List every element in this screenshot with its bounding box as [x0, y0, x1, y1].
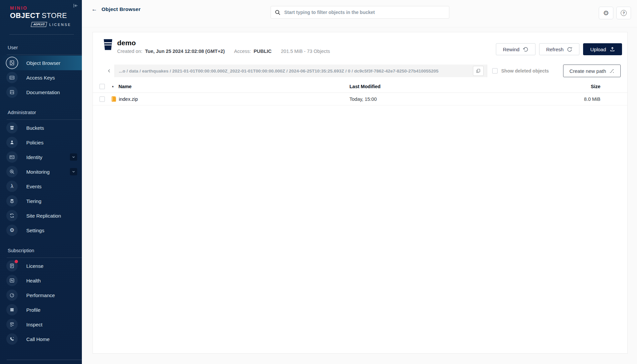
section-rule	[7, 258, 82, 258]
access-value: PUBLIC	[254, 49, 272, 54]
brand-name: MINIO	[10, 5, 82, 11]
license-label: LICENSE	[49, 23, 71, 27]
collapse-sidebar-icon[interactable]	[73, 3, 79, 9]
column-header-name[interactable]: Name	[118, 84, 132, 89]
sidebar-item-inspect[interactable]: Inspect	[0, 317, 82, 332]
inspect-icon	[6, 319, 18, 330]
sidebar-bottom-divider	[7, 360, 82, 360]
object-modified: Today, 15:00	[349, 96, 548, 102]
created-label: Created on:	[117, 49, 142, 54]
zip-file-icon	[111, 96, 116, 102]
upload-icon	[610, 47, 615, 52]
logo-divider	[9, 34, 74, 35]
object-size: 8.0 MiB	[548, 96, 600, 102]
table-header-row: ▲ Name Last Modified Size	[93, 81, 627, 93]
breadcrumb-back-button[interactable]	[104, 65, 115, 77]
breadcrumb-row: ...o / data / earthquakes / 2021-01-01T0…	[104, 65, 621, 77]
tiering-icon	[6, 195, 18, 207]
back-arrow-icon[interactable]: ←	[92, 6, 97, 13]
created-value: Tue, Jun 25 2024 12:02:08 (GMT+2)	[145, 49, 225, 54]
health-icon	[6, 275, 18, 286]
sidebar-item-settings[interactable]: ⚙ Settings	[0, 223, 82, 238]
chevron-down-icon[interactable]	[70, 168, 77, 175]
refresh-button[interactable]: Refresh	[539, 43, 580, 55]
column-header-modified[interactable]: Last Modified	[349, 84, 548, 89]
breadcrumb-bar: ...o / data / earthquakes / 2021-01-01T0…	[104, 65, 487, 77]
sidebar: MINIO OBJECTSTORE AGPLV3 LICENSE User Ob…	[0, 0, 82, 364]
sidebar-item-license[interactable]: License	[0, 259, 82, 273]
main-area: ← Object Browser ⚙ ?	[82, 0, 637, 364]
gear-icon: ⚙	[603, 10, 609, 16]
table-row[interactable]: index.zip Today, 15:00 8.0 MiB	[93, 93, 627, 105]
access-keys-icon	[6, 72, 18, 83]
performance-icon	[6, 289, 18, 301]
site-replication-icon	[6, 210, 18, 221]
top-bar: ← Object Browser ⚙ ?	[82, 0, 637, 27]
sidebar-item-object-browser[interactable]: Object Browser	[0, 56, 82, 70]
object-browser-icon	[6, 57, 18, 69]
buckets-icon	[6, 122, 18, 133]
section-label-administrator: Administrator	[0, 110, 82, 115]
search-input[interactable]	[284, 10, 445, 15]
create-new-path-button[interactable]: Create new path	[563, 65, 621, 77]
settings-button[interactable]: ⚙	[599, 7, 613, 19]
section-rule	[7, 119, 82, 120]
show-deleted-toggle[interactable]: Show deleted objects	[492, 68, 549, 74]
product-name: OBJECTSTORE	[10, 12, 82, 20]
help-button[interactable]: ?	[616, 7, 631, 19]
sidebar-item-profile[interactable]: Profile	[0, 302, 82, 317]
section-label-subscription: Subscription	[0, 248, 82, 253]
sidebar-item-performance[interactable]: Performance	[0, 288, 82, 302]
sidebar-item-policies[interactable]: Policies	[0, 135, 82, 150]
search-icon	[275, 10, 281, 15]
sidebar-item-events[interactable]: λ Events	[0, 179, 82, 194]
license-alert-badge	[15, 260, 18, 263]
bucket-icon	[104, 39, 112, 54]
object-filter-search[interactable]	[271, 6, 449, 19]
sidebar-item-partial[interactable]	[6, 363, 82, 364]
access-label: Access:	[234, 49, 251, 54]
minio-logo: MINIO OBJECTSTORE AGPLV3 LICENSE	[0, 0, 82, 27]
new-path-icon	[609, 69, 614, 74]
rewind-icon	[523, 47, 529, 52]
bucket-name: demo	[117, 39, 333, 47]
page-title: Object Browser	[102, 6, 140, 12]
sidebar-item-access-keys[interactable]: Access Keys	[0, 70, 82, 85]
agpl-badge: AGPLV3	[31, 22, 47, 27]
breadcrumb-path: ...o / data / earthquakes / 2021-01-01T0…	[115, 69, 473, 74]
profile-icon	[6, 304, 18, 315]
sidebar-item-documentation[interactable]: Documentation	[0, 85, 82, 99]
section-label-user: User	[0, 45, 82, 50]
sort-asc-icon[interactable]: ▲	[111, 85, 114, 88]
bucket-usage: 201.5 MiB - 73 Objects	[281, 49, 330, 54]
bucket-header: demo Created on: Tue, Jun 25 2024 12:02:…	[104, 39, 333, 54]
copy-path-button[interactable]	[473, 66, 484, 76]
rewind-button[interactable]: Rewind	[496, 43, 535, 55]
monitoring-icon	[6, 166, 18, 177]
license-icon	[6, 260, 18, 272]
sidebar-item-call-home[interactable]: Call Home	[0, 332, 82, 346]
license-row: AGPLV3 LICENSE	[10, 22, 71, 27]
select-all-checkbox[interactable]	[100, 84, 105, 89]
sidebar-item-site-replication[interactable]: Site Replication	[0, 208, 82, 223]
sidebar-item-monitoring[interactable]: Monitoring	[0, 164, 82, 179]
object-name[interactable]: index.zip	[119, 96, 138, 102]
sidebar-item-buckets[interactable]: Buckets	[0, 120, 82, 135]
row-checkbox[interactable]	[100, 96, 105, 102]
upload-button[interactable]: Upload	[583, 43, 622, 55]
chevron-left-icon	[107, 69, 111, 73]
help-icon: ?	[621, 10, 627, 16]
section-rule	[7, 55, 82, 55]
documentation-icon	[6, 87, 18, 98]
events-icon: λ	[6, 181, 18, 192]
column-header-size[interactable]: Size	[548, 84, 600, 89]
sidebar-item-tiering[interactable]: Tiering	[0, 194, 82, 208]
call-home-phone-icon	[6, 333, 18, 345]
settings-gear-icon: ⚙	[6, 225, 18, 236]
sidebar-item-health[interactable]: Health	[0, 273, 82, 288]
copy-icon	[476, 69, 481, 73]
chevron-down-icon[interactable]	[70, 153, 77, 161]
objects-table: ▲ Name Last Modified Size	[93, 81, 627, 105]
show-deleted-checkbox[interactable]	[492, 68, 498, 74]
sidebar-item-identity[interactable]: Identity	[0, 150, 82, 164]
